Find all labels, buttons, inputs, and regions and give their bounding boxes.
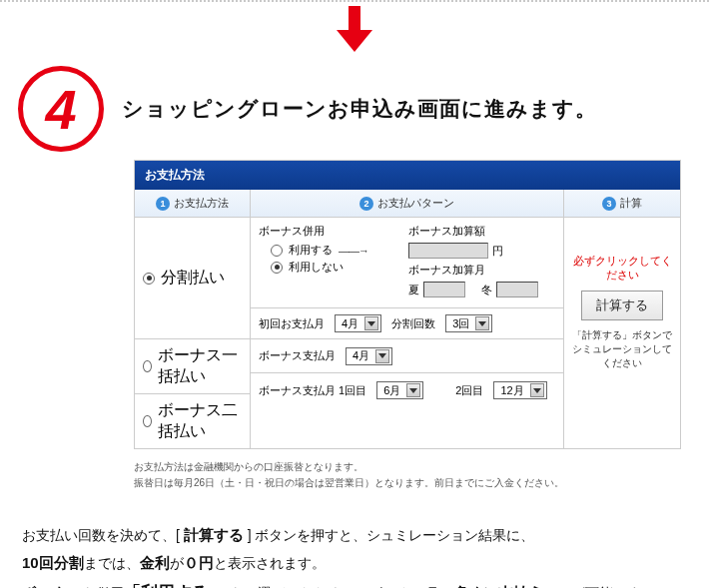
bonus-use-label: 利用する (289, 243, 333, 258)
col-num-2: 2 (359, 197, 373, 211)
bonus-addamt-input[interactable] (408, 243, 488, 259)
arrow-down-icon (0, 2, 709, 66)
winter-select[interactable] (496, 282, 538, 297)
step-number-badge: 4 (18, 66, 104, 152)
step-title: ショッピングローンお申込み画面に進みます。 (122, 95, 597, 123)
chevron-down-icon (375, 349, 389, 363)
first-month-select[interactable]: 4月 (335, 314, 381, 332)
svg-marker-1 (337, 30, 372, 52)
calc-note: 「計算する」ボタンでシミュレーションしてください (570, 328, 674, 370)
chevron-down-icon (530, 383, 544, 397)
footnote-1: お支払方法は金融機関からの口座振替となります。 (134, 459, 681, 475)
col-label-method: お支払方法 (174, 196, 229, 211)
split-count-select[interactable]: 3回 (445, 314, 492, 332)
bonus-month-label: ボーナス支払月 (259, 348, 336, 363)
col-num-1: 1 (156, 197, 170, 211)
bonus-twice-select2[interactable]: 12月 (493, 381, 546, 399)
option-installment: 分割払い (161, 268, 225, 289)
bonus-combined-label: ボーナス併用 (259, 224, 398, 239)
yen-label: 円 (492, 244, 503, 259)
chevron-down-icon (364, 316, 378, 330)
calculate-button[interactable]: 計算する (581, 291, 663, 320)
summer-label: 夏 (408, 283, 419, 297)
radio-bonus-notuse[interactable] (271, 262, 283, 274)
svg-rect-0 (349, 6, 360, 32)
col-label-pattern: お支払パターン (377, 196, 454, 211)
winter-label: 冬 (481, 283, 492, 297)
option-bonus-twice: ボーナス二括払い (158, 400, 242, 442)
radio-bonus-twice[interactable] (143, 415, 152, 427)
bonus-twice-select1[interactable]: 6月 (376, 381, 423, 399)
description-block: お支払い回数を決めて、[ 計算する ] ボタンを押すと、シュミレーション結果に、… (22, 521, 693, 588)
radio-bonus-use[interactable] (271, 245, 283, 257)
bonus-addamt-label: ボーナス加算額 (408, 224, 485, 239)
radio-installment[interactable] (143, 273, 155, 285)
col-num-3: 3 (602, 197, 616, 211)
arrow-right-icon (339, 245, 368, 257)
bonus-twice-label1: ボーナス支払月 1回目 (259, 383, 366, 398)
radio-bonus-once[interactable] (143, 360, 152, 372)
payment-method-panel: お支払方法 1 お支払方法 2 お支払パターン 3 計算 分割払い ボーナス一括… (134, 160, 681, 449)
col-label-calc: 計算 (620, 196, 642, 211)
chevron-down-icon (475, 316, 489, 330)
panel-header: お支払方法 (135, 161, 680, 190)
bonus-notuse-label: 利用しない (289, 260, 344, 275)
bonus-twice-label2: 2回目 (455, 383, 483, 398)
summer-select[interactable] (423, 282, 465, 297)
footnote-2: 振替日は毎月26日（土・日・祝日の場合は翌営業日）となります。前日までにご入金く… (134, 475, 681, 491)
must-click-label: 必ずクリックしてください (570, 255, 674, 283)
bonus-addmonth-label: ボーナス加算月 (408, 263, 485, 278)
bonus-month-select[interactable]: 4月 (346, 347, 392, 365)
first-month-label: 初回お支払月 (259, 316, 325, 331)
option-bonus-once: ボーナス一括払い (158, 345, 242, 387)
split-count-label: 分割回数 (391, 316, 435, 331)
chevron-down-icon (406, 383, 420, 397)
